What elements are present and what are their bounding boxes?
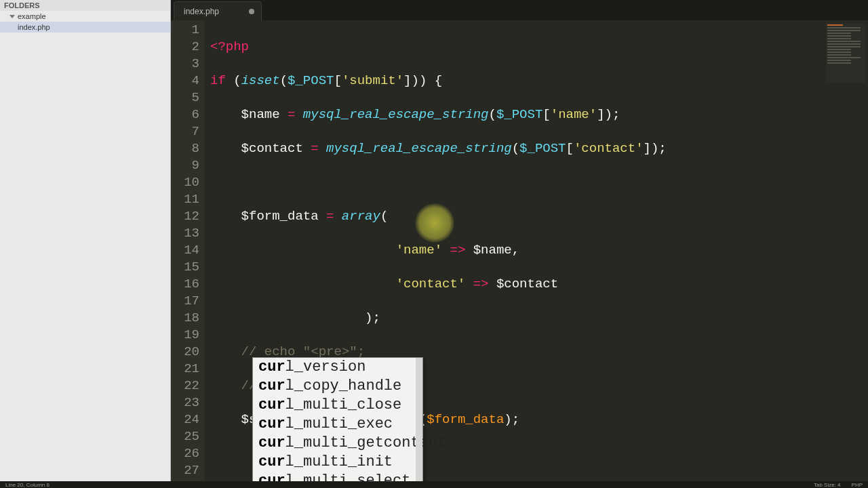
str: 'contact' [574,141,644,156]
line-number: 12 [171,208,205,225]
str: 'name' [396,243,442,258]
str: 'name' [551,107,597,122]
fn: mysql_real_escape_string [303,107,489,122]
var: $_POST [288,73,334,88]
ac-rest: l_copy_handle [285,378,402,394]
kw: if [210,73,226,88]
var: $form_data [241,209,319,224]
line-number: 27 [171,462,205,479]
tab-bar: index.php [171,0,868,20]
status-tabsize[interactable]: Tab Size: 4 [814,482,841,488]
tab-title: index.php [184,7,219,16]
op: => [465,277,496,291]
file-label: index.php [18,23,50,31]
line-number: 25 [171,428,205,445]
dirty-indicator-icon [249,9,254,14]
line-number: 2 [171,39,205,56]
autocomplete-item[interactable]: curl_version [253,358,422,377]
line-number: 3 [171,56,205,73]
ac-prefix: cur [258,378,285,394]
line-number: 13 [171,225,205,242]
sidebar-file-indexphp[interactable]: index.php [0,22,170,33]
line-number: 19 [171,327,205,344]
ac-rest: l_multi_select [285,472,411,481]
line-number: 16 [171,276,205,293]
op: = [280,107,303,122]
gutter: 1 2 3 4 5 6 7 8 9 10 11 12 13 14 15 16 1… [171,20,205,481]
line-number: 8 [171,140,205,157]
chevron-down-icon [9,15,15,18]
line-number: 11 [171,191,205,208]
line-number: 18 [171,310,205,327]
line-number: 6 [171,106,205,123]
autocomplete-item[interactable]: curl_copy_handle [253,377,422,396]
ac-prefix: cur [258,396,285,413]
line-number: 9 [171,157,205,174]
autocomplete-popup[interactable]: curl_version curl_copy_handle curl_multi… [252,357,423,481]
op: = [303,141,326,156]
var: $_POST [519,141,566,156]
arg: $form_data [427,412,504,427]
fn: isset [241,73,280,88]
var: $name [241,107,280,122]
ac-prefix: cur [258,359,285,375]
fn: mysql_real_escape_string [326,141,512,156]
line-number: 23 [171,394,205,411]
autocomplete-item[interactable]: curl_multi_init [253,453,422,472]
paren: ); [365,310,380,325]
status-bar: Line 20, Column 8 Tab Size: 4 PHP [0,481,868,488]
ac-rest: l_multi_close [285,396,402,413]
sidebar-header: FOLDERS [0,0,170,11]
tab-indexphp[interactable]: index.php [174,1,262,20]
status-position[interactable]: Line 20, Column 8 [5,482,50,488]
ac-rest: l_multi_exec [285,415,393,432]
line-number: 4 [171,73,205,89]
line-number: 26 [171,445,205,462]
ac-prefix: cur [258,472,285,481]
sidebar-folder-example[interactable]: example [0,11,170,22]
var: $contact [496,277,558,291]
line-number: 22 [171,378,205,394]
autocomplete-item[interactable]: curl_multi_close [253,396,422,415]
var: $_POST [496,107,542,122]
autocomplete-item[interactable]: curl_multi_exec [253,415,422,434]
line-number: 15 [171,259,205,276]
ac-rest: l_multi_init [285,453,393,470]
minimap[interactable] [826,23,865,83]
str: 'contact' [396,277,466,291]
status-language[interactable]: PHP [852,482,863,488]
var: $name [473,243,512,258]
line-number: 7 [171,123,205,140]
ac-prefix: cur [258,415,285,432]
ac-prefix: cur [258,453,285,470]
line-number: 21 [171,361,205,378]
op: => [442,243,473,258]
line-number: 14 [171,242,205,259]
str: 'submit' [342,73,403,88]
ac-rest: l_multi_getcontent [285,434,447,451]
line-number: 1 [171,22,205,39]
line-number: 5 [171,89,205,106]
line-number: 10 [171,174,205,191]
php-open-tag: <?php [210,39,249,54]
ac-prefix: cur [258,434,285,451]
line-number: 24 [171,411,205,428]
op: = [319,209,342,224]
ac-rest: l_version [285,359,366,375]
line-number: 20 [171,344,205,361]
folder-label: example [18,12,46,20]
sidebar: FOLDERS example index.php [0,0,171,481]
editor[interactable]: 1 2 3 4 5 6 7 8 9 10 11 12 13 14 15 16 1… [171,20,868,481]
var: $contact [241,141,303,156]
autocomplete-item[interactable]: curl_multi_getcontent [253,434,422,453]
line-number: 17 [171,293,205,310]
fn: array [342,209,380,224]
autocomplete-item[interactable]: curl_multi_select [253,472,422,481]
